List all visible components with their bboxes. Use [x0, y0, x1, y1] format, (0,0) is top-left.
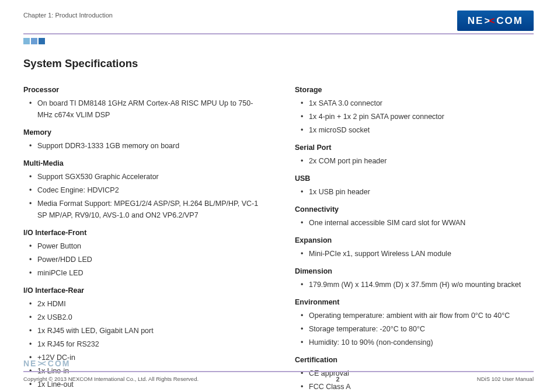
section-heading: Memory [23, 127, 262, 138]
footer-logo: NE >< COM [23, 357, 71, 370]
list-item: Humidity: 10 to 90% (non-condensing) [303, 337, 534, 348]
left-column: ProcessorOn board TI DM8148 1GHz ARM Cor… [23, 78, 262, 392]
list-item: Media Format Support: MPEG1/2/4 ASP/SP, … [32, 198, 262, 221]
logo-right: COM [496, 13, 523, 29]
chapter-label: Chapter 1: Product Introduction [23, 10, 113, 21]
square-icon [516, 365, 521, 370]
footer-line: Copyright © 2013 NEXCOM International Co… [23, 374, 534, 385]
right-column: Storage1x SATA 3.0 connector1x 4-pin + 1… [295, 78, 534, 392]
page-footer: NE >< COM Copyright © 2013 NEXCOM Intern… [23, 357, 534, 385]
list-item: 179.9mm (W) x 114.9mm (D) x 37.5mm (H) w… [303, 279, 534, 290]
spec-list: 2x COM port pin header [295, 155, 534, 167]
page-header: Chapter 1: Product Introduction NE >< CO… [23, 10, 534, 31]
logo-x-icon: >< [37, 357, 47, 370]
list-item: Mini-PCIe x1, support Wireless LAN modul… [303, 248, 534, 260]
square-icon [39, 38, 45, 44]
spec-list: Mini-PCIe x1, support Wireless LAN modul… [295, 248, 534, 260]
list-item: On board TI DM8148 1GHz ARM Cortex-A8 RI… [32, 97, 262, 121]
list-item: miniPCIe LED [32, 267, 262, 279]
section-heading: Environment [295, 296, 534, 308]
section-heading: Processor [23, 84, 262, 96]
footer-separator [23, 371, 534, 372]
square-icon [528, 365, 534, 370]
copyright-text: Copyright © 2013 NEXCOM International Co… [23, 374, 199, 385]
header-separator [23, 33, 534, 34]
document-name: NDiS 102 User Manual [477, 374, 534, 385]
spec-list: On board TI DM8148 1GHz ARM Cortex-A8 RI… [23, 97, 262, 121]
footer-decorative-squares [516, 365, 534, 370]
list-item: Operating temperature: ambient with air … [303, 310, 534, 321]
spec-list: One internal accessible SIM card slot fo… [295, 217, 534, 229]
spec-list: Operating temperature: ambient with air … [295, 310, 534, 348]
nexcom-logo: NE >< COM [457, 10, 534, 31]
section-heading: Multi-Media [23, 158, 262, 169]
list-item: One internal accessible SIM card slot fo… [303, 217, 534, 229]
spec-list: Power ButtonPower/HDD LEDminiPCIe LED [23, 240, 262, 279]
section-heading: Expansion [295, 235, 534, 246]
decorative-squares [23, 38, 534, 44]
square-icon [31, 38, 37, 44]
list-item: Codec Engine: HDVICP2 [32, 184, 262, 196]
spec-list: Support SGX530 Graphic AcceleratorCodec … [23, 171, 262, 221]
section-heading: Storage [295, 84, 534, 96]
spec-list: 179.9mm (W) x 114.9mm (D) x 37.5mm (H) w… [295, 279, 534, 290]
list-item: Power Button [32, 240, 262, 252]
list-item: 1x USB pin header [303, 186, 534, 198]
list-item: 2x COM port pin header [303, 155, 534, 167]
section-heading: Connectivity [295, 204, 534, 215]
list-item: 1x 4-pin + 1x 2 pin SATA power connector [303, 111, 534, 123]
list-item: Support DDR3-1333 1GB memory on board [32, 140, 262, 152]
footer-brand-row: NE >< COM [23, 357, 534, 370]
content-columns: ProcessorOn board TI DM8148 1GHz ARM Cor… [23, 78, 534, 392]
logo-text: NE >< COM [468, 13, 523, 29]
spec-list: 1x SATA 3.0 connector1x 4-pin + 1x 2 pin… [295, 97, 534, 136]
list-item: Storage temperature: -20°C to 80°C [303, 323, 534, 335]
section-heading: I/O Interface-Rear [23, 285, 262, 296]
spec-list: Support DDR3-1333 1GB memory on board [23, 140, 262, 152]
logo-left: NE [468, 13, 484, 29]
footer-logo-right: COM [48, 357, 71, 370]
section-heading: Serial Port [295, 142, 534, 153]
footer-logo-left: NE [23, 357, 37, 370]
list-item: 1x microSD socket [303, 124, 534, 136]
spec-list: 1x USB pin header [295, 186, 534, 198]
list-item: Power/HDD LED [32, 254, 262, 265]
list-item: 2x USB2.0 [32, 312, 262, 323]
square-icon [522, 365, 527, 370]
section-heading: USB [295, 173, 534, 184]
page-number: 2 [336, 374, 339, 385]
page-title: System Specifications [23, 55, 534, 72]
list-item: 2x HDMI [32, 298, 262, 310]
list-item: 1x RJ45 with LED, Gigabit LAN port [32, 325, 262, 337]
list-item: 1x SATA 3.0 connector [303, 97, 534, 109]
square-icon [23, 38, 30, 44]
logo-x-icon: >< [484, 13, 496, 29]
list-item: Support SGX530 Graphic Accelerator [32, 171, 262, 183]
list-item: 1x RJ45 for RS232 [32, 338, 262, 350]
section-heading: I/O Interface-Front [23, 227, 262, 239]
section-heading: Dimension [295, 265, 534, 277]
